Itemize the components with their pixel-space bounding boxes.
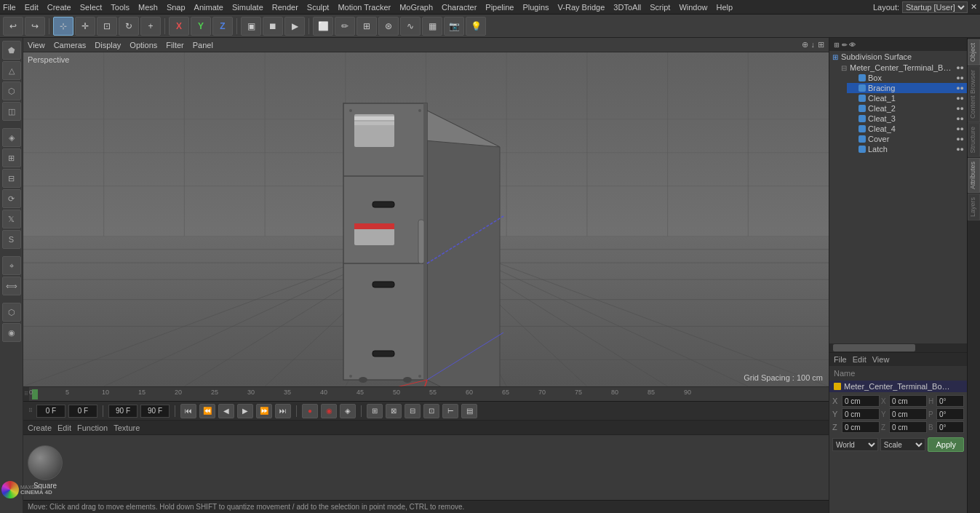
object-scrollbar[interactable] xyxy=(829,343,967,352)
viewport-icon-down[interactable]: ↓ xyxy=(811,40,816,49)
menu-item-script[interactable]: Script xyxy=(650,3,670,12)
edges-mode-button[interactable]: △ xyxy=(2,61,21,80)
object-scrollbar-thumb[interactable] xyxy=(833,344,915,351)
obj-bracing[interactable]: Bracing ●● xyxy=(847,83,967,93)
h-input[interactable] xyxy=(936,395,964,407)
rotate-tool-button[interactable]: ↻ xyxy=(119,17,139,36)
z-position-input[interactable] xyxy=(842,421,880,433)
keyframe-button[interactable]: ◈ xyxy=(340,404,356,418)
viewport-view[interactable]: View xyxy=(28,41,45,49)
step-back-button[interactable]: ⏪ xyxy=(199,404,215,418)
viewport-panel[interactable]: Panel xyxy=(193,41,213,49)
subdivide-button[interactable]: ▦ xyxy=(422,17,442,36)
render-to-po-button[interactable]: ⏹ xyxy=(263,17,283,36)
xpresso-mode-button[interactable]: 𝕏 xyxy=(2,210,21,228)
tab-attributes[interactable]: Attributes xyxy=(968,158,980,193)
motion6-button[interactable]: ▤ xyxy=(461,404,477,418)
menu-item-simulate[interactable]: Simulate xyxy=(232,3,263,12)
menu-item-tools[interactable]: Tools xyxy=(111,3,130,12)
motion3-button[interactable]: ⊟ xyxy=(405,404,421,418)
object-mode-button[interactable]: ⊞ xyxy=(2,148,21,167)
apply-button[interactable]: Apply xyxy=(928,437,964,452)
menu-item-create[interactable]: Create xyxy=(47,3,71,12)
model-mode-button[interactable]: ◈ xyxy=(2,128,21,147)
timeline-drag[interactable]: ⠿ xyxy=(23,387,29,401)
axis-x-button[interactable]: X xyxy=(169,17,189,36)
layout-select[interactable]: Startup [User] xyxy=(902,1,968,13)
pen-button[interactable]: ✏ xyxy=(335,17,355,36)
tab-object[interactable]: Object xyxy=(968,39,980,65)
menu-item-mesh[interactable]: Mesh xyxy=(138,3,158,12)
obj-cover[interactable]: Cover ●● xyxy=(847,134,967,144)
menu-item-plugins[interactable]: Plugins xyxy=(522,3,549,12)
play-button[interactable]: ▶ xyxy=(237,404,253,418)
viewport-icon-expand[interactable]: ⊞ xyxy=(818,40,824,49)
attr-edit[interactable]: Edit xyxy=(853,355,867,364)
uv-mode-button[interactable]: ◫ xyxy=(2,102,21,121)
light-button[interactable]: 💡 xyxy=(466,17,486,36)
subdivision-label[interactable]: Subdivision Surface xyxy=(841,52,912,61)
motion2-button[interactable]: ⊠ xyxy=(386,404,402,418)
scale-tool-button[interactable]: ⊡ xyxy=(97,17,117,36)
tab-content-browser[interactable]: Content Browser xyxy=(968,66,980,122)
menu-item-motiontracker[interactable]: Motion Tracker xyxy=(338,3,391,12)
menu-item-edit[interactable]: Edit xyxy=(25,3,39,12)
obj-cleat3[interactable]: Cleat_3 ●● xyxy=(847,114,967,124)
goto-start-button[interactable]: ⏮ xyxy=(180,404,196,418)
obj-latch[interactable]: Latch ●● xyxy=(847,144,967,154)
move-tool-button[interactable]: ✛ xyxy=(75,17,95,36)
bp2-button[interactable]: ◉ xyxy=(2,323,21,342)
close-icon[interactable]: ✕ xyxy=(971,2,977,12)
motion5-button[interactable]: ⊢ xyxy=(442,404,458,418)
menu-item-help[interactable]: Help xyxy=(717,3,733,12)
obj-cleat1[interactable]: Cleat_1 ●● xyxy=(847,93,967,103)
menu-item-sculpt[interactable]: Sculpt xyxy=(307,3,330,12)
redo-button[interactable]: ↪ xyxy=(25,17,45,36)
menu-item-character[interactable]: Character xyxy=(442,3,477,12)
b-input[interactable] xyxy=(936,421,964,433)
viewport-icon-move[interactable]: ⊕ xyxy=(802,40,808,49)
axis-z-button[interactable]: Z xyxy=(212,17,233,36)
menu-item-vraybridge[interactable]: V-Ray Bridge xyxy=(558,3,605,12)
attr-file[interactable]: File xyxy=(834,355,847,364)
attr-selected-object[interactable]: Meter_Center_Terminal_Box_Squ xyxy=(829,381,967,392)
mat-texture[interactable]: Texture xyxy=(113,423,140,432)
menu-item-mograph[interactable]: MoGraph xyxy=(399,3,433,12)
bp-button[interactable]: ⬡ xyxy=(2,303,21,322)
viewport[interactable]: X Y Z Perspective Grid Spacing : 100 cm xyxy=(23,52,829,386)
cube-button[interactable]: ⬜ xyxy=(313,17,333,36)
material-swatch[interactable] xyxy=(28,445,63,480)
viewport-options[interactable]: Options xyxy=(130,41,157,49)
menu-item-animate[interactable]: Animate xyxy=(194,3,223,12)
menu-item-render[interactable]: Render xyxy=(272,3,298,12)
scene-mode-button[interactable]: ⊟ xyxy=(2,169,21,188)
x-scale-input[interactable] xyxy=(889,395,927,407)
select-tool-button[interactable]: ⊹ xyxy=(53,17,73,36)
frame-end2-input[interactable] xyxy=(140,405,170,418)
menu-item-select[interactable]: Select xyxy=(80,3,103,12)
mat-edit[interactable]: Edit xyxy=(57,423,71,432)
points-mode-button[interactable]: ⬟ xyxy=(2,41,21,60)
p-input[interactable] xyxy=(936,408,964,420)
snap-button[interactable]: ⌖ xyxy=(2,256,21,275)
obj-cleat2[interactable]: Cleat_2 ●● xyxy=(847,103,967,114)
render-region-button[interactable]: ▣ xyxy=(241,17,261,36)
viewport-display[interactable]: Display xyxy=(95,41,121,49)
y-position-input[interactable] xyxy=(842,408,880,420)
mat-function[interactable]: Function xyxy=(77,423,108,432)
motion-mode-button[interactable]: S xyxy=(2,230,21,249)
scale-select[interactable]: Scale xyxy=(880,438,926,451)
timeline-ruler[interactable]: 0 5 10 15 20 25 30 35 40 45 50 55 60 65 … xyxy=(29,387,829,401)
poly-mode-button[interactable]: ⬡ xyxy=(2,81,21,100)
record-button[interactable]: ● xyxy=(302,404,318,418)
menu-item-3dtoall[interactable]: 3DToAll xyxy=(613,3,641,12)
frame-current-input[interactable] xyxy=(68,405,97,418)
spline-button[interactable]: ∿ xyxy=(400,17,421,36)
attr-view[interactable]: View xyxy=(872,355,890,364)
obj-box[interactable]: Box ●● xyxy=(847,73,967,83)
viewport-cameras[interactable]: Cameras xyxy=(54,41,87,49)
menu-item-window[interactable]: Window xyxy=(679,3,707,12)
frame-end-input[interactable] xyxy=(108,405,138,418)
menu-item-snap[interactable]: Snap xyxy=(167,3,186,12)
array-button[interactable]: ⊞ xyxy=(356,17,377,36)
